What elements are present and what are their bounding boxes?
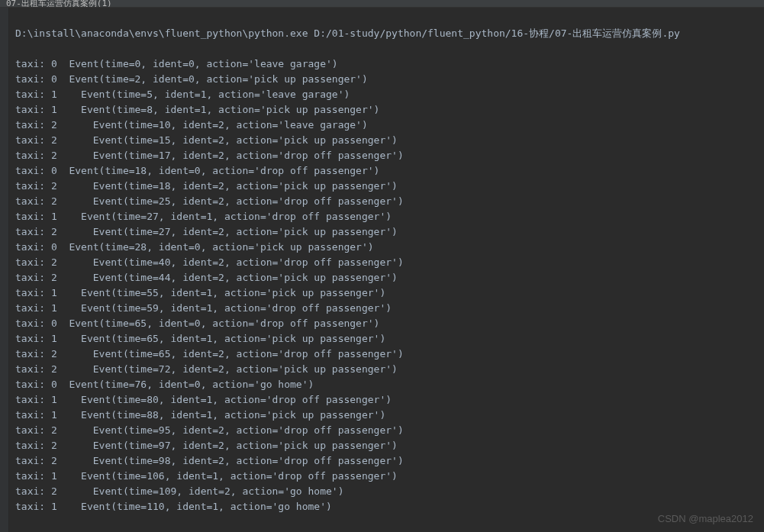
event-line: taxi: 2 Event(time=72, ident=2, action='…: [15, 362, 758, 377]
event-line: taxi: 1 Event(time=8, ident=1, action='p…: [15, 102, 758, 118]
console-output[interactable]: D:\install\anaconda\envs\fluent_python\p…: [9, 8, 764, 532]
event-line: taxi: 0 Event(time=2, ident=0, action='p…: [15, 72, 758, 87]
event-line: taxi: 2 Event(time=15, ident=2, action='…: [15, 133, 758, 148]
event-line: taxi: 2 Event(time=44, ident=2, action='…: [15, 270, 758, 285]
console-gutter: [0, 8, 9, 532]
run-tab-title[interactable]: 07-出租车运营仿真案例(1): [6, 0, 112, 8]
event-line: taxi: 1 Event(time=110, ident=1, action=…: [15, 499, 758, 514]
event-line: taxi: 2 Event(time=18, ident=2, action='…: [15, 179, 758, 194]
event-output-block: taxi: 0 Event(time=0, ident=0, action='l…: [15, 56, 758, 514]
event-line: taxi: 2 Event(time=10, ident=2, action='…: [15, 118, 758, 133]
event-line: taxi: 1 Event(time=27, ident=1, action='…: [15, 209, 758, 224]
event-line: taxi: 2 Event(time=40, ident=2, action='…: [15, 255, 758, 270]
event-line: taxi: 0 Event(time=28, ident=0, action='…: [15, 240, 758, 255]
event-line: taxi: 0 Event(time=76, ident=0, action='…: [15, 377, 758, 392]
event-line: taxi: 1 Event(time=5, ident=1, action='l…: [15, 87, 758, 102]
command-line: D:\install\anaconda\envs\fluent_python\p…: [15, 26, 758, 41]
event-line: taxi: 1 Event(time=59, ident=1, action='…: [15, 301, 758, 316]
event-line: taxi: 0 Event(time=0, ident=0, action='l…: [15, 56, 758, 72]
event-line: taxi: 2 Event(time=25, ident=2, action='…: [15, 194, 758, 209]
event-line: taxi: 2 Event(time=98, ident=2, action='…: [15, 453, 758, 469]
event-line: taxi: 2 Event(time=97, ident=2, action='…: [15, 438, 758, 453]
run-tab-bar: 07-出租车运营仿真案例(1): [0, 0, 764, 8]
event-line: taxi: 1 Event(time=88, ident=1, action='…: [15, 408, 758, 423]
event-line: taxi: 0 Event(time=18, ident=0, action='…: [15, 163, 758, 179]
event-line: taxi: 0 Event(time=65, ident=0, action='…: [15, 316, 758, 331]
event-line: taxi: 2 Event(time=17, ident=2, action='…: [15, 148, 758, 163]
event-line: taxi: 2 Event(time=109, ident=2, action=…: [15, 484, 758, 499]
event-line: taxi: 1 Event(time=106, ident=1, action=…: [15, 469, 758, 484]
event-line: taxi: 2 Event(time=27, ident=2, action='…: [15, 224, 758, 240]
event-line: taxi: 1 Event(time=55, ident=1, action='…: [15, 285, 758, 301]
event-line: taxi: 1 Event(time=80, ident=1, action='…: [15, 392, 758, 408]
event-line: taxi: 2 Event(time=65, ident=2, action='…: [15, 347, 758, 362]
event-line: taxi: 1 Event(time=65, ident=1, action='…: [15, 331, 758, 347]
event-line: taxi: 2 Event(time=95, ident=2, action='…: [15, 423, 758, 438]
watermark-text: CSDN @maplea2012: [658, 513, 753, 524]
